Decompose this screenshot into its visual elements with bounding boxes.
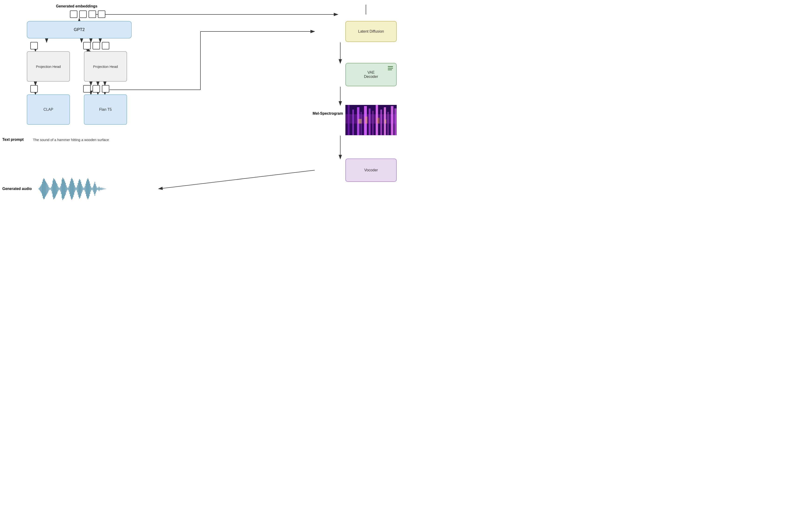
svg-line-24 bbox=[158, 170, 315, 189]
svg-rect-54 bbox=[58, 187, 59, 191]
svg-rect-60 bbox=[62, 178, 63, 200]
text-prompt-label: Text prompt bbox=[2, 138, 24, 142]
svg-rect-29 bbox=[41, 185, 41, 192]
svg-rect-43 bbox=[51, 188, 51, 190]
gpt2-box: GPT2 bbox=[27, 21, 132, 38]
svg-rect-79 bbox=[76, 188, 76, 190]
svg-rect-38 bbox=[47, 184, 48, 194]
svg-rect-110 bbox=[97, 188, 98, 190]
svg-rect-92 bbox=[85, 186, 85, 192]
latent-diffusion-box: Latent Diffusion bbox=[345, 21, 397, 42]
generated-embeddings-label: Generated embeddings bbox=[56, 4, 97, 8]
token-box-1 bbox=[70, 10, 77, 18]
svg-rect-65 bbox=[66, 185, 66, 192]
svg-rect-127 bbox=[348, 105, 350, 135]
proj-head-box-1: Projection Head bbox=[27, 51, 70, 82]
vocoder-label: Vocoder bbox=[364, 168, 378, 172]
svg-rect-108 bbox=[96, 186, 96, 192]
svg-rect-103 bbox=[92, 187, 93, 191]
svg-rect-90 bbox=[83, 188, 84, 190]
text-prompt-section: Text prompt The sound of a hammer hittin… bbox=[2, 138, 109, 142]
svg-rect-32 bbox=[43, 179, 44, 198]
svg-rect-132 bbox=[369, 108, 371, 135]
svg-rect-33 bbox=[44, 178, 44, 199]
svg-rect-93 bbox=[86, 184, 86, 194]
svg-rect-81 bbox=[77, 185, 78, 192]
single-token-bot bbox=[30, 85, 38, 92]
clap-label: CLAP bbox=[44, 108, 53, 112]
svg-rect-41 bbox=[49, 188, 50, 190]
svg-rect-119 bbox=[104, 188, 104, 190]
generated-audio-section: Generated audio bbox=[2, 177, 109, 200]
svg-rect-101 bbox=[91, 188, 92, 190]
svg-rect-106 bbox=[95, 182, 95, 196]
gpt2-label: GPT2 bbox=[74, 27, 85, 32]
svg-rect-47 bbox=[53, 178, 54, 199]
triple-token-bot-2 bbox=[92, 85, 100, 92]
svg-rect-72 bbox=[71, 179, 71, 199]
svg-rect-139 bbox=[394, 108, 397, 135]
svg-rect-80 bbox=[77, 187, 77, 191]
svg-rect-113 bbox=[99, 188, 100, 190]
svg-rect-120 bbox=[105, 188, 105, 189]
svg-rect-70 bbox=[69, 184, 70, 194]
triple-token-mid-1 bbox=[83, 42, 91, 50]
svg-rect-109 bbox=[97, 188, 97, 190]
svg-rect-85 bbox=[80, 180, 80, 198]
token-boxes-top bbox=[70, 10, 105, 18]
flan-t5-box: Flan T5 bbox=[84, 94, 127, 125]
svg-rect-143 bbox=[384, 119, 386, 123]
svg-rect-49 bbox=[55, 180, 55, 198]
svg-rect-56 bbox=[60, 188, 60, 190]
svg-rect-30 bbox=[41, 184, 42, 194]
text-prompt-value: The sound of a hammer hitting a wooden s… bbox=[33, 138, 109, 142]
svg-rect-107 bbox=[95, 184, 96, 194]
svg-rect-50 bbox=[55, 181, 56, 196]
svg-rect-66 bbox=[67, 187, 67, 191]
svg-rect-48 bbox=[54, 179, 55, 199]
svg-rect-63 bbox=[64, 181, 65, 196]
vae-decoder-box: VAE Decoder bbox=[345, 63, 397, 86]
svg-rect-77 bbox=[74, 185, 75, 192]
svg-rect-84 bbox=[79, 179, 80, 199]
svg-rect-95 bbox=[87, 179, 87, 198]
svg-rect-98 bbox=[89, 181, 89, 196]
triple-tokens-bot bbox=[83, 85, 109, 92]
svg-rect-128 bbox=[352, 110, 354, 135]
token-box-3 bbox=[89, 10, 96, 18]
svg-rect-137 bbox=[387, 112, 389, 135]
svg-rect-51 bbox=[56, 183, 57, 195]
svg-rect-138 bbox=[391, 106, 394, 135]
svg-rect-64 bbox=[65, 183, 66, 195]
svg-rect-102 bbox=[92, 188, 92, 190]
svg-rect-44 bbox=[51, 187, 52, 191]
svg-rect-57 bbox=[60, 186, 61, 192]
encoder-row: CLAP Flan T5 bbox=[27, 94, 127, 125]
svg-rect-133 bbox=[372, 111, 374, 135]
svg-rect-82 bbox=[78, 183, 78, 195]
svg-rect-69 bbox=[69, 186, 69, 192]
proj-head-box-2: Projection Head bbox=[84, 51, 127, 82]
vae-line-2 bbox=[388, 68, 393, 68]
svg-rect-36 bbox=[46, 182, 46, 196]
svg-rect-76 bbox=[74, 183, 74, 195]
svg-rect-40 bbox=[49, 187, 49, 191]
svg-rect-105 bbox=[94, 184, 94, 194]
svg-rect-75 bbox=[73, 181, 74, 197]
svg-rect-73 bbox=[71, 178, 72, 200]
waveform-svg bbox=[39, 177, 109, 200]
single-token-mid bbox=[30, 42, 38, 50]
diagram-container: Generated embeddings GPT2 Projection Hea… bbox=[0, 0, 406, 256]
svg-rect-111 bbox=[98, 188, 98, 190]
svg-rect-142 bbox=[377, 118, 380, 123]
svg-rect-62 bbox=[64, 179, 64, 198]
svg-rect-141 bbox=[365, 117, 368, 123]
svg-rect-89 bbox=[83, 188, 83, 190]
bottom-token-row bbox=[30, 85, 109, 92]
mel-spectrogram-img bbox=[345, 105, 397, 135]
svg-rect-55 bbox=[59, 188, 59, 190]
svg-rect-31 bbox=[42, 182, 42, 196]
proj-head-row: Projection Head Projection Head bbox=[27, 51, 127, 82]
svg-rect-87 bbox=[81, 184, 82, 194]
svg-rect-35 bbox=[45, 181, 46, 197]
